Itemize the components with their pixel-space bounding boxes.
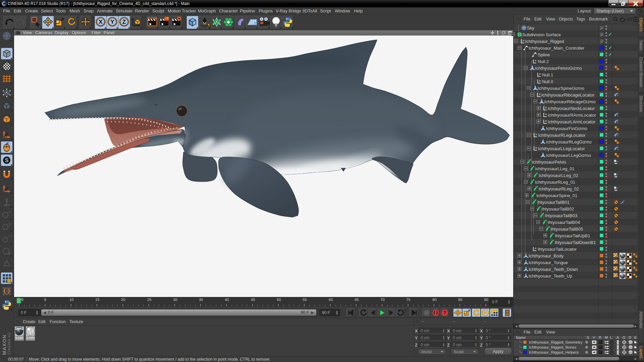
svg-text:o: o	[539, 79, 541, 82]
svg-text:P: P	[484, 310, 487, 315]
svg-text:o: o	[545, 113, 547, 116]
svg-text:S: S	[5, 158, 9, 163]
svg-text:o: o	[535, 133, 537, 136]
svg-text:Z: Z	[122, 19, 126, 25]
svg-text:S: S	[617, 121, 619, 123]
svg-text:S: S	[617, 135, 619, 137]
svg-text:S: S	[617, 115, 619, 117]
svg-text:o: o	[535, 146, 537, 149]
svg-text:o: o	[535, 59, 536, 62]
svg-text:R: R	[8, 222, 11, 226]
svg-text:o: o	[539, 72, 541, 75]
svg-text:o: o	[523, 39, 524, 42]
svg-text:o: o	[545, 106, 547, 109]
svg-text:Y: Y	[110, 19, 114, 25]
svg-text:?: ?	[443, 310, 446, 315]
svg-text:PSR: PSR	[8, 235, 12, 238]
svg-text:o: o	[545, 119, 547, 122]
svg-text:o: o	[539, 93, 540, 96]
svg-text:S: S	[617, 95, 619, 97]
svg-text:S: S	[617, 148, 619, 150]
svg-text:P: P	[8, 210, 11, 214]
svg-text:X: X	[99, 19, 103, 25]
svg-text:o: o	[535, 247, 536, 250]
